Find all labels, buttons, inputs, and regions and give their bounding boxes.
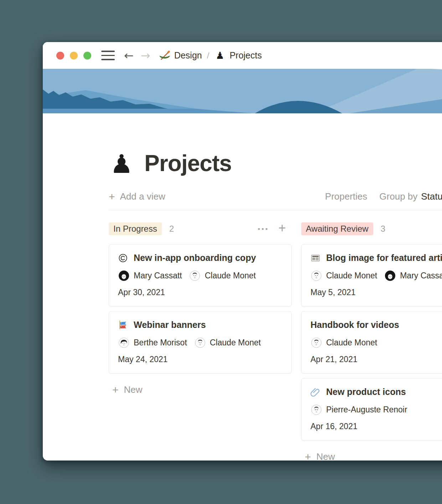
column-header: In Progress2•••+ xyxy=(109,222,292,236)
column-status-badge[interactable]: Awaiting Review xyxy=(301,222,373,235)
person-name: Mary Cassatt xyxy=(400,271,442,281)
person-name: Claude Monet xyxy=(210,338,261,348)
card-people-row: Claude Monet xyxy=(310,338,442,348)
person: Claude Monet xyxy=(195,338,261,348)
card[interactable]: Handbook for videosClaude MonetApr 21, 2… xyxy=(301,311,442,374)
card-date: May 5, 2021 xyxy=(310,288,442,297)
pawn-icon[interactable]: ♟ xyxy=(109,149,134,177)
card-list: Blog image for featured articleClaude Mo… xyxy=(301,244,442,441)
breadcrumb-label: Projects xyxy=(230,50,262,61)
mary-cassatt-avatar xyxy=(119,271,129,281)
berthe-morisot-avatar xyxy=(119,338,129,348)
add-card-label: New xyxy=(317,451,335,461)
card-list: New in-app onboarding copyMary CassattCl… xyxy=(109,244,292,374)
app-window: ← → Design / ♟ Projects xyxy=(43,42,442,461)
card[interactable]: New product iconsPierre-Auguste RenoirAp… xyxy=(301,378,442,441)
group-by-button[interactable]: Group by Status xyxy=(379,191,442,202)
card-title-row: Blog image for featured article xyxy=(310,253,442,263)
card-title-row: Handbook for videos xyxy=(310,320,442,330)
plus-icon: + xyxy=(305,452,311,461)
person: Claude Monet xyxy=(311,338,377,348)
add-card-label: New xyxy=(124,384,143,395)
newspaper-icon xyxy=(310,253,320,263)
canoe-icon xyxy=(159,50,170,61)
column-status-badge[interactable]: In Progress xyxy=(109,222,162,235)
add-view-label: Add a view xyxy=(120,191,165,202)
card-date: Apr 21, 2021 xyxy=(310,355,442,364)
claude-monet-avatar xyxy=(190,271,200,281)
view-toolbar: + Add a view Properties Group by Status xyxy=(109,191,442,202)
add-card-button[interactable]: +New xyxy=(301,451,442,461)
card-people-row: Claude MonetMary Cassatt xyxy=(310,271,442,281)
person-name: Pierre-Auguste Renoir xyxy=(326,405,407,415)
card-title-text: Blog image for featured article xyxy=(326,253,442,263)
breadcrumb-item-design[interactable]: Design xyxy=(159,50,202,61)
column-actions: •••+ xyxy=(258,223,292,235)
claude-monet-avatar xyxy=(311,271,322,281)
card-title-row: Webinar banners xyxy=(118,320,282,330)
paperclip-icon xyxy=(310,387,320,397)
card-people-row: Mary CassattClaude Monet xyxy=(118,271,282,281)
group-by-value: Status xyxy=(421,191,442,202)
card-title-text: Webinar banners xyxy=(134,320,206,330)
page-title[interactable]: Projects xyxy=(144,150,232,177)
plus-icon: + xyxy=(112,385,119,395)
zoom-button[interactable] xyxy=(83,52,91,60)
forward-button[interactable]: → xyxy=(141,50,150,61)
page-content: ♟ Projects + Add a view Properties Group… xyxy=(43,149,442,461)
column-more-icon[interactable]: ••• xyxy=(258,226,269,232)
plus-icon: + xyxy=(109,191,115,202)
card-date: Apr 30, 2021 xyxy=(118,288,282,297)
claude-monet-avatar xyxy=(195,338,205,348)
card-title-text: New in-app onboarding copy xyxy=(134,253,256,263)
page-header: ♟ Projects xyxy=(109,149,442,177)
card-date: Apr 16, 2021 xyxy=(310,422,442,431)
pierre-auguste-renoir-avatar xyxy=(311,405,322,415)
card[interactable]: Blog image for featured articleClaude Mo… xyxy=(301,244,442,307)
board-column: Awaiting Review3Blog image for featured … xyxy=(301,222,442,461)
person: Claude Monet xyxy=(311,271,377,281)
cover-image xyxy=(43,69,442,113)
window-controls xyxy=(56,52,91,60)
add-view-button[interactable]: + Add a view xyxy=(109,191,165,202)
card-people-row: Pierre-Auguste Renoir xyxy=(310,405,442,415)
column-count: 2 xyxy=(169,224,174,234)
column-count: 3 xyxy=(381,224,385,234)
breadcrumb: Design / ♟ Projects xyxy=(159,50,262,61)
card[interactable]: Webinar bannersBerthe MorisotClaude Mone… xyxy=(109,311,292,374)
copyright-icon xyxy=(118,253,128,263)
person-name: Claude Monet xyxy=(326,271,377,281)
back-button[interactable]: ← xyxy=(124,50,134,61)
column-add-icon[interactable]: + xyxy=(278,222,286,235)
card-people-row: Berthe MorisotClaude Monet xyxy=(118,338,282,348)
toolbar-right: Properties Group by Status xyxy=(325,191,442,202)
add-card-button[interactable]: +New xyxy=(109,384,292,395)
properties-button[interactable]: Properties xyxy=(325,191,368,202)
minimize-button[interactable] xyxy=(70,52,78,60)
card-title-text: New product icons xyxy=(326,387,406,397)
person: Mary Cassatt xyxy=(119,271,182,281)
carp-streamer-icon xyxy=(118,320,128,330)
person-name: Mary Cassatt xyxy=(134,271,182,281)
person-name: Claude Monet xyxy=(326,338,377,348)
titlebar: ← → Design / ♟ Projects xyxy=(43,42,442,69)
person: Pierre-Auguste Renoir xyxy=(311,405,407,415)
board-column: In Progress2•••+New in-app onboarding co… xyxy=(109,222,292,461)
close-button[interactable] xyxy=(56,52,64,60)
breadcrumb-label: Design xyxy=(174,50,202,61)
mary-cassatt-avatar xyxy=(385,271,395,281)
card[interactable]: New in-app onboarding copyMary CassattCl… xyxy=(109,244,292,307)
board: In Progress2•••+New in-app onboarding co… xyxy=(109,222,442,461)
person: Claude Monet xyxy=(190,271,256,281)
breadcrumb-item-projects[interactable]: ♟ Projects xyxy=(214,50,262,61)
card-date: May 24, 2021 xyxy=(118,355,282,364)
menu-icon[interactable] xyxy=(101,51,115,60)
person-name: Claude Monet xyxy=(205,271,256,281)
toolbar-divider xyxy=(109,210,442,210)
column-header: Awaiting Review3 xyxy=(301,222,442,236)
card-title-row: New product icons xyxy=(310,387,442,397)
group-by-label: Group by xyxy=(379,191,417,202)
pawn-icon: ♟ xyxy=(214,50,226,61)
person: Mary Cassatt xyxy=(385,271,442,281)
breadcrumb-separator: / xyxy=(207,51,209,61)
